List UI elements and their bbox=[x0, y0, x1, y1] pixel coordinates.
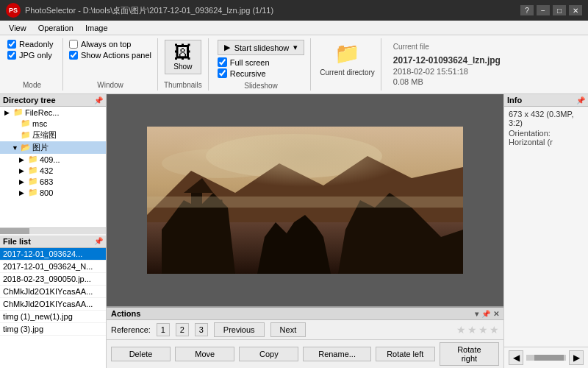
current-file-header: Current file bbox=[393, 43, 575, 51]
showactions-checkbox[interactable] bbox=[69, 51, 78, 60]
svg-rect-0 bbox=[147, 127, 463, 274]
dir-tree-pin-icon[interactable]: 📌 bbox=[94, 96, 103, 105]
star-2[interactable]: ★ bbox=[467, 324, 477, 336]
info-icons: 📌 bbox=[576, 96, 585, 105]
fullscreen-option[interactable]: Full screen bbox=[218, 57, 305, 67]
show-label: Show bbox=[173, 63, 192, 71]
next-button[interactable]: Next bbox=[270, 322, 306, 337]
move-button[interactable]: Move bbox=[175, 347, 234, 361]
alwaysontop-checkbox-label[interactable]: Always on top bbox=[69, 40, 151, 49]
jpgonly-checkbox[interactable] bbox=[7, 51, 16, 60]
tree-item-409[interactable]: ▶ 📁 409... bbox=[0, 154, 106, 165]
svg-rect-4 bbox=[147, 222, 463, 274]
expand-icon: ▶ bbox=[19, 178, 26, 185]
center-area: Actions ▾ 📌 ✕ Reference: 1 2 3 Previous … bbox=[107, 94, 503, 368]
info-slider[interactable] bbox=[526, 355, 566, 361]
fullscreen-checkbox[interactable] bbox=[218, 57, 227, 67]
file-item-5[interactable]: timg (1)_new(1).jpg bbox=[0, 311, 106, 323]
file-item-6[interactable]: timg (3).jpg bbox=[0, 323, 106, 336]
start-slideshow-button[interactable]: ▶ Start slideshow ▾ bbox=[218, 40, 305, 55]
info-next-button[interactable]: ▶ bbox=[569, 350, 584, 365]
folder-icon: 📁 bbox=[28, 188, 38, 197]
file-item-4[interactable]: ChMkJld2O1KIYcasAA... bbox=[0, 298, 106, 311]
close-button[interactable]: ✕ bbox=[569, 5, 582, 15]
maximize-button[interactable]: □ bbox=[553, 5, 566, 15]
rotate-left-button[interactable]: Rotate left bbox=[376, 347, 435, 361]
file-item-2[interactable]: 2018-02-23_090050.jp... bbox=[0, 273, 106, 286]
tree-label: 409... bbox=[40, 155, 60, 164]
readonly-checkbox[interactable] bbox=[7, 40, 16, 49]
ref-btn-3[interactable]: 3 bbox=[195, 323, 208, 336]
tree-item-pictures[interactable]: ▼ 📂 图片 bbox=[0, 141, 106, 154]
mode-checkboxes: Readonly JPG only bbox=[7, 40, 53, 60]
tree-item-683[interactable]: ▶ 📁 683 bbox=[0, 176, 106, 187]
dir-tree-title: Directory tree bbox=[3, 96, 56, 105]
file-list[interactable]: 2017-12-01_093624... 2017-12-01_093624_N… bbox=[0, 248, 106, 369]
recursive-option[interactable]: Recursive bbox=[218, 68, 305, 78]
actions-header: Actions ▾ 📌 ✕ bbox=[107, 308, 503, 320]
file-list-icons: 📌 bbox=[94, 237, 103, 245]
info-pin-icon[interactable]: 📌 bbox=[576, 96, 585, 105]
mode-section-label: Mode bbox=[23, 79, 41, 89]
tree-item-432[interactable]: ▶ 📁 432 bbox=[0, 165, 106, 176]
actions-dropdown-icon[interactable]: ▾ bbox=[475, 310, 478, 318]
current-file-name: 2017-12-01093624_lzn.jpg bbox=[393, 55, 575, 66]
dir-tree-scrollbar[interactable] bbox=[0, 228, 106, 234]
file-item-3[interactable]: ChMkJld2O1KIYcasAA... bbox=[0, 286, 106, 298]
tree-item-filerec[interactable]: ▶ 📁 FileRec... bbox=[0, 107, 106, 118]
ref-btn-2[interactable]: 2 bbox=[176, 323, 189, 336]
actions-close-icon[interactable]: ✕ bbox=[493, 310, 499, 318]
ref-btn-1[interactable]: 1 bbox=[157, 323, 170, 336]
info-slider-thumb bbox=[534, 355, 564, 361]
svg-marker-10 bbox=[338, 193, 463, 274]
menu-image[interactable]: Image bbox=[79, 22, 114, 34]
file-item-0[interactable]: 2017-12-01_093624... bbox=[0, 248, 106, 261]
menu-view[interactable]: View bbox=[3, 22, 32, 34]
window-section-label: Window bbox=[97, 79, 123, 89]
dir-tree-scrollbar-thumb[interactable] bbox=[0, 228, 29, 234]
tree-label: msc bbox=[32, 119, 47, 128]
image-viewport[interactable] bbox=[107, 94, 503, 306]
svg-point-2 bbox=[162, 149, 279, 178]
star-3[interactable]: ★ bbox=[478, 324, 488, 336]
show-button[interactable]: 🖼 Show bbox=[165, 40, 201, 74]
dir-tree[interactable]: ▶ 📁 FileRec... 📁 msc 📁 压缩图 ▼ 📂 图片 ▶ bbox=[0, 107, 106, 228]
folder-icon: 📁 bbox=[28, 177, 38, 186]
previous-button[interactable]: Previous bbox=[214, 322, 265, 337]
slideshow-icon: ▶ bbox=[224, 43, 230, 52]
star-1[interactable]: ★ bbox=[456, 324, 466, 336]
main-area: Directory tree 📌 ▶ 📁 FileRec... 📁 msc 📁 … bbox=[0, 94, 588, 368]
actions-pin-icon[interactable]: 📌 bbox=[481, 310, 490, 318]
jpgonly-checkbox-label[interactable]: JPG only bbox=[7, 51, 53, 60]
slideshow-options: Full screen Recursive bbox=[218, 57, 305, 78]
rotate-right-button[interactable]: Rotate right bbox=[440, 342, 499, 366]
title-bar: PS PhotoSelector - D:\tools\桌面\图片\2017-1… bbox=[0, 0, 588, 21]
recursive-checkbox[interactable] bbox=[218, 68, 227, 78]
tree-item-compress[interactable]: 📁 压缩图 bbox=[0, 129, 106, 141]
info-prev-button[interactable]: ◀ bbox=[509, 350, 523, 365]
file-list-header: File list 📌 bbox=[0, 236, 106, 248]
recursive-label: Recursive bbox=[230, 69, 266, 78]
rename-button[interactable]: Rename... bbox=[303, 347, 370, 361]
tree-item-800[interactable]: ▶ 📁 800 bbox=[0, 187, 106, 198]
svg-marker-8 bbox=[162, 193, 235, 274]
file-item-1[interactable]: 2017-12-01_093624_N... bbox=[0, 261, 106, 273]
alwaysontop-label: Always on top bbox=[81, 40, 131, 49]
info-nav: ◀ ▶ bbox=[504, 347, 588, 368]
alwaysontop-checkbox[interactable] bbox=[69, 40, 78, 49]
thumbnails-section-label: Thumbnails bbox=[164, 79, 202, 89]
current-dir-label: Current directory bbox=[320, 68, 374, 77]
window-checkboxes: Always on top Show Actions panel bbox=[69, 40, 151, 60]
menu-operation[interactable]: Operation bbox=[32, 22, 79, 34]
jpgonly-label: JPG only bbox=[19, 51, 52, 60]
minimize-button[interactable]: − bbox=[537, 5, 550, 15]
tree-item-msc[interactable]: 📁 msc bbox=[0, 118, 106, 129]
showactions-checkbox-label[interactable]: Show Actions panel bbox=[69, 51, 151, 60]
help-button[interactable]: ? bbox=[520, 5, 534, 15]
slideshow-section-label: Slideshow bbox=[244, 80, 278, 90]
star-4[interactable]: ★ bbox=[490, 324, 499, 336]
delete-button[interactable]: Delete bbox=[111, 347, 171, 361]
readonly-checkbox-label[interactable]: Readonly bbox=[7, 40, 53, 49]
file-list-pin-icon[interactable]: 📌 bbox=[94, 237, 103, 245]
copy-button[interactable]: Copy bbox=[239, 347, 298, 361]
